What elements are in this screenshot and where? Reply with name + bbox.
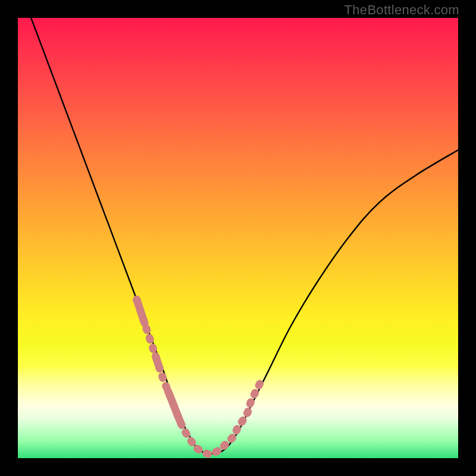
chart-plot-area [18, 18, 458, 458]
chart-frame: TheBottleneck.com [0, 0, 476, 476]
curve-layer [31, 18, 458, 454]
chart-svg [18, 18, 458, 458]
dot-layer [137, 300, 260, 455]
acceptable-zone-marker-clumps [137, 300, 260, 455]
bottleneck-curve-path [31, 18, 458, 454]
attribution-watermark: TheBottleneck.com [345, 2, 459, 18]
acceptable-zone-marker-run [137, 300, 260, 455]
